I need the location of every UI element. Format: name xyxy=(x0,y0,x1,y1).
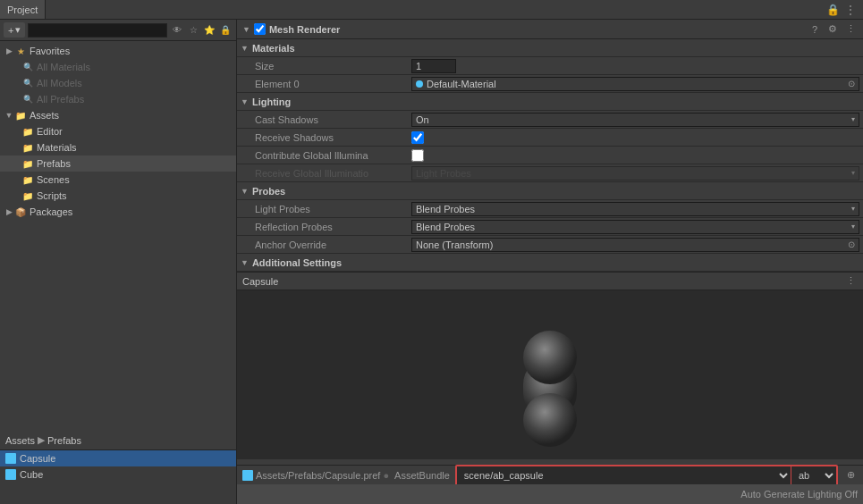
left-panel: + ▾ 👁 ☆ ⭐ 🔒 ▶ ★ Favorites 🔍 All Material… xyxy=(0,20,237,504)
sidebar-item-all-models[interactable]: 🔍 All Models xyxy=(0,75,236,91)
cube-label: Cube xyxy=(20,469,43,480)
asset-bundle-label: AssetBundle xyxy=(394,470,450,481)
favorites-label: Favorites xyxy=(30,46,70,56)
file-item-cube[interactable]: Cube xyxy=(0,466,236,483)
svg-point-1 xyxy=(523,331,577,384)
path-prefabs[interactable]: Prefabs xyxy=(47,435,81,446)
component-enable-checkbox[interactable] xyxy=(254,23,266,35)
cast-shadows-arrow: ▾ xyxy=(851,115,855,123)
inspector-title: Mesh Renderer xyxy=(269,24,808,35)
sidebar-item-materials[interactable]: 📁 Materials xyxy=(0,139,236,155)
status-bar: Auto Generate Lighting Off xyxy=(237,484,863,504)
sidebar-item-scenes[interactable]: 📁 Scenes xyxy=(0,172,236,188)
packages-arrow: ▶ xyxy=(4,206,14,217)
cast-shadows-dropdown[interactable]: On ▾ xyxy=(411,113,859,127)
packages-folder-icon: 📦 xyxy=(14,206,27,218)
editor-folder-icon: 📁 xyxy=(21,125,34,138)
lighting-section-title: Lighting xyxy=(252,97,291,107)
light-probes-value: Blend Probes ▾ xyxy=(411,202,859,216)
probes-section-header[interactable]: ▼ Probes xyxy=(237,182,863,200)
help-icon[interactable]: ? xyxy=(808,22,822,37)
receive-gi-dropdown[interactable]: Light Probes ▾ xyxy=(411,166,859,181)
file-item-capsule[interactable]: Capsule xyxy=(0,450,236,466)
inspector-scrollable: ▼ Materials Size Element 0 Default-Mater… xyxy=(237,39,863,465)
anchor-override-value: None (Transform) ⊙ xyxy=(411,238,859,252)
element0-field[interactable]: Default-Material ⊙ xyxy=(411,77,859,91)
status-text: Auto Generate Lighting Off xyxy=(740,489,858,500)
asset-bundle-variant-select[interactable]: ab xyxy=(791,466,836,484)
search-input[interactable] xyxy=(28,23,167,38)
settings-gear-icon[interactable]: ⚙ xyxy=(825,22,840,37)
preview-more-icon[interactable]: ⋮ xyxy=(843,274,858,289)
reflection-probes-value: Blend Probes ▾ xyxy=(411,220,859,234)
asset-bundle-select[interactable]: scene/ab_capsule xyxy=(457,466,791,484)
sidebar-item-prefabs[interactable]: 📁 Prefabs xyxy=(0,155,236,172)
add-button[interactable]: + ▾ xyxy=(4,22,25,38)
more-icon[interactable]: ⋮ xyxy=(843,3,858,17)
star-filled-icon[interactable]: ⭐ xyxy=(202,23,216,38)
light-probes-arrow: ▾ xyxy=(851,205,855,213)
sidebar-item-favorites[interactable]: ▶ ★ Favorites xyxy=(0,43,236,59)
receive-shadows-row: Receive Shadows xyxy=(237,129,863,147)
eye-icon[interactable]: 👁 xyxy=(170,23,184,38)
receive-shadows-label: Receive Shadows xyxy=(255,132,411,143)
more-options-icon[interactable]: ⋮ xyxy=(843,22,858,37)
path-assets[interactable]: Assets xyxy=(5,435,35,446)
reflection-probes-arrow: ▾ xyxy=(851,223,855,231)
anchor-override-row: Anchor Override None (Transform) ⊙ xyxy=(237,236,863,254)
receive-gi-text: Light Probes xyxy=(416,168,471,179)
lock-small-icon[interactable]: 🔒 xyxy=(218,23,233,38)
sidebar-item-all-materials[interactable]: 🔍 All Materials xyxy=(0,59,236,75)
capsule-prefab-icon xyxy=(5,453,16,464)
receive-gi-label: Receive Global Illuminatio xyxy=(255,168,411,179)
tab-bar-icons: 🔒 ⋮ xyxy=(825,3,863,17)
path-dot: ● xyxy=(383,470,389,481)
project-tab[interactable]: Project xyxy=(0,0,46,19)
collapse-arrow[interactable]: ▼ xyxy=(242,25,250,34)
additional-settings-header[interactable]: ▼ Additional Settings xyxy=(237,254,863,272)
receive-gi-row: Receive Global Illuminatio Light Probes … xyxy=(237,164,863,182)
sidebar-item-assets[interactable]: ▼ 📁 Assets xyxy=(0,107,236,123)
main-layout: + ▾ 👁 ☆ ⭐ 🔒 ▶ ★ Favorites 🔍 All Material… xyxy=(0,20,863,504)
add-arrow: ▾ xyxy=(15,24,21,36)
svg-point-2 xyxy=(523,393,577,447)
receive-gi-value: Light Probes ▾ xyxy=(411,166,859,181)
lock-icon[interactable]: 🔒 xyxy=(825,3,840,17)
anchor-override-pick-btn[interactable]: ⊙ xyxy=(848,239,855,249)
path-prefab-icon xyxy=(242,470,253,481)
receive-shadows-checkbox[interactable] xyxy=(411,131,424,144)
receive-shadows-value xyxy=(411,131,859,144)
light-probes-label: Light Probes xyxy=(255,204,411,214)
assets-path-bar: Assets ▶ Prefabs xyxy=(0,431,236,450)
anchor-override-field[interactable]: None (Transform) ⊙ xyxy=(411,238,859,252)
search-models-icon: 🔍 xyxy=(21,77,34,89)
lighting-section-header[interactable]: ▼ Lighting xyxy=(237,93,863,111)
packages-label: Packages xyxy=(30,206,72,217)
inspector-header: ▼ Mesh Renderer ? ⚙ ⋮ xyxy=(237,20,863,39)
lighting-arrow: ▼ xyxy=(241,97,249,106)
receive-gi-arrow: ▾ xyxy=(851,169,855,177)
light-probes-dropdown[interactable]: Blend Probes ▾ xyxy=(411,202,859,216)
size-input[interactable] xyxy=(411,59,456,73)
reflection-probes-dropdown[interactable]: Blend Probes ▾ xyxy=(411,220,859,234)
element0-pick-btn[interactable]: ⊙ xyxy=(848,79,855,88)
element0-value: Default-Material ⊙ xyxy=(411,77,859,91)
reflection-probes-label: Reflection Probes xyxy=(255,222,411,232)
star-icon[interactable]: ☆ xyxy=(186,23,200,38)
preview-header: Capsule ⋮ xyxy=(237,273,863,290)
contribute-gi-checkbox[interactable] xyxy=(411,149,424,162)
path-label: Assets/Prefabs/Capsule.pref xyxy=(256,470,380,481)
search-mat-icon: 🔍 xyxy=(21,61,34,73)
preview-title: Capsule xyxy=(242,276,278,287)
cast-shadows-text: On xyxy=(416,114,429,125)
additional-settings-title: Additional Settings xyxy=(252,257,342,268)
ab-more-icon[interactable]: ⊕ xyxy=(843,468,858,483)
sidebar-item-scripts[interactable]: 📁 Scripts xyxy=(0,188,236,204)
contribute-gi-value xyxy=(411,149,859,162)
sidebar-item-all-prefabs[interactable]: 🔍 All Prefabs xyxy=(0,91,236,107)
sidebar-item-packages[interactable]: ▶ 📦 Packages xyxy=(0,204,236,220)
materials-section-header[interactable]: ▼ Materials xyxy=(237,39,863,57)
all-materials-label: All Materials xyxy=(37,62,90,72)
assets-folder-icon: 📁 xyxy=(14,109,27,122)
sidebar-item-editor[interactable]: 📁 Editor xyxy=(0,123,236,139)
